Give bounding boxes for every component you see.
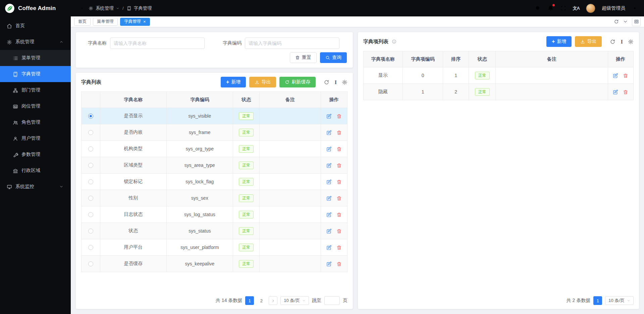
page-button-1[interactable]: 1 (245, 296, 254, 305)
tab-options-chevron-icon[interactable] (623, 19, 628, 24)
reload-table-icon[interactable] (610, 39, 615, 45)
refresh-cache-button[interactable]: 刷新缓存 (279, 77, 316, 87)
sidebar-item-7[interactable]: 用户管理 (0, 130, 71, 146)
delete-icon[interactable] (336, 261, 342, 267)
delete-icon[interactable] (336, 163, 342, 168)
delete-icon[interactable] (623, 89, 628, 95)
sidebar-item-3[interactable]: 字典管理 (0, 66, 71, 82)
edit-icon[interactable] (326, 245, 332, 250)
sidebar-item-4[interactable]: 部门管理 (0, 82, 71, 98)
dict-row[interactable]: 是否显示sys_visible正常 (82, 108, 347, 124)
reload-table-icon[interactable] (324, 79, 329, 85)
next-page-button[interactable] (269, 296, 277, 305)
dict-row[interactable]: 锁定标记sys_lock_flag正常 (82, 174, 347, 190)
content-fullscreen-icon[interactable] (632, 17, 641, 26)
row-radio[interactable] (88, 196, 93, 201)
info-icon[interactable] (392, 39, 396, 44)
page-button-2[interactable]: 2 (257, 296, 266, 305)
sidebar-item-6[interactable]: 角色管理 (0, 114, 71, 130)
edit-icon[interactable] (326, 212, 332, 217)
sidebar-item-1[interactable]: 系统管理 (0, 34, 71, 50)
delete-icon[interactable] (336, 146, 342, 152)
row-radio[interactable] (88, 130, 93, 135)
row-radio[interactable] (88, 163, 93, 168)
user-name[interactable]: 超级管理员 (602, 5, 625, 11)
sidebar-item-10[interactable]: 系统监控 (0, 179, 71, 195)
dict-row[interactable]: 区域类型sys_area_type正常 (82, 157, 347, 174)
chevron-down-icon[interactable] (116, 6, 119, 11)
sidebar-item-9[interactable]: 行政区域 (0, 163, 71, 179)
search-icon[interactable] (535, 5, 541, 11)
row-radio[interactable] (88, 261, 93, 266)
dict-page-size-select[interactable]: 10 条/页 (280, 296, 309, 305)
dict-row[interactable]: 是否缓存sys_keepalive正常 (82, 256, 347, 272)
item-row[interactable]: 显示01正常 (364, 67, 634, 84)
add-dict-button[interactable]: + 新增 (221, 77, 246, 87)
delete-icon[interactable] (336, 179, 342, 185)
edit-icon[interactable] (326, 114, 332, 119)
fullscreen-icon[interactable] (560, 5, 567, 11)
reset-button[interactable]: 重置 (290, 52, 317, 63)
text-size-icon[interactable]: I (334, 79, 337, 85)
edit-icon[interactable] (326, 146, 332, 152)
column-settings-gear-icon[interactable] (628, 39, 634, 45)
query-button[interactable]: 查询 (320, 52, 347, 63)
add-item-button[interactable]: + 新增 (546, 36, 572, 47)
tab-1[interactable]: 菜单管理 (93, 18, 118, 26)
page-button-1[interactable]: 1 (593, 296, 602, 305)
export-item-button[interactable]: 导出 (575, 36, 602, 47)
notification-bell-icon[interactable] (547, 5, 554, 11)
breadcrumb-root[interactable]: 系统管理 (96, 5, 114, 11)
delete-icon[interactable] (336, 245, 342, 250)
settings-gear-icon[interactable] (632, 5, 638, 11)
close-icon[interactable]: × (143, 19, 146, 24)
menu-fold-icon[interactable] (77, 5, 83, 11)
row-radio[interactable] (88, 179, 93, 184)
delete-icon[interactable] (336, 130, 342, 135)
dict-row[interactable]: 状态sys_status正常 (82, 223, 347, 239)
dict-row[interactable]: 机构类型sys_org_type正常 (82, 141, 347, 157)
dict-row[interactable]: 是否内嵌sys_frame正常 (82, 124, 347, 141)
dict-name: 日志状态 (100, 206, 166, 223)
edit-icon[interactable] (326, 229, 332, 234)
edit-icon[interactable] (326, 261, 332, 267)
edit-icon[interactable] (326, 196, 332, 201)
status-badge: 正常 (239, 244, 254, 251)
delete-icon[interactable] (336, 196, 342, 201)
column-settings-gear-icon[interactable] (342, 79, 347, 85)
delete-icon[interactable] (336, 212, 342, 217)
avatar[interactable] (586, 4, 595, 13)
edit-icon[interactable] (613, 73, 618, 78)
dict-row[interactable]: 性别sys_sex正常 (82, 190, 347, 206)
row-radio[interactable] (88, 212, 93, 217)
sidebar-item-2[interactable]: 菜单管理 (0, 50, 71, 66)
item-page-size-select[interactable]: 10 条/页 (605, 296, 634, 305)
delete-icon[interactable] (336, 229, 342, 234)
row-radio[interactable] (88, 245, 93, 250)
row-radio[interactable] (88, 114, 93, 119)
delete-icon[interactable] (336, 114, 342, 119)
dict-row[interactable]: 用户平台sys_user_platform正常 (82, 239, 347, 256)
edit-icon[interactable] (326, 179, 332, 185)
item-row[interactable]: 隐藏12正常 (364, 84, 634, 100)
sidebar-item-8[interactable]: 参数管理 (0, 146, 71, 163)
edit-icon[interactable] (613, 89, 618, 95)
row-radio[interactable] (88, 146, 93, 151)
refresh-tab-icon[interactable] (614, 19, 619, 24)
dict-code-input[interactable] (245, 38, 339, 49)
row-radio[interactable] (88, 229, 93, 234)
text-size-icon[interactable]: I (621, 39, 623, 45)
edit-icon[interactable] (326, 163, 332, 168)
sidebar-item-0[interactable]: 首页 (0, 18, 71, 34)
translate-icon[interactable]: 文A (573, 5, 580, 11)
app-logo[interactable]: Coffee Admin (0, 0, 71, 16)
jump-page-input[interactable] (324, 296, 340, 305)
edit-icon[interactable] (326, 130, 332, 135)
dict-row[interactable]: 日志状态sys_log_status正常 (82, 206, 347, 223)
dict-name-input[interactable] (110, 38, 205, 49)
tab-0[interactable]: 首页 (74, 18, 91, 26)
export-dict-button[interactable]: 导出 (249, 77, 276, 87)
sidebar-item-5[interactable]: 岗位管理 (0, 98, 71, 114)
delete-icon[interactable] (623, 73, 628, 78)
tab-2[interactable]: 字典管理× (120, 18, 150, 26)
